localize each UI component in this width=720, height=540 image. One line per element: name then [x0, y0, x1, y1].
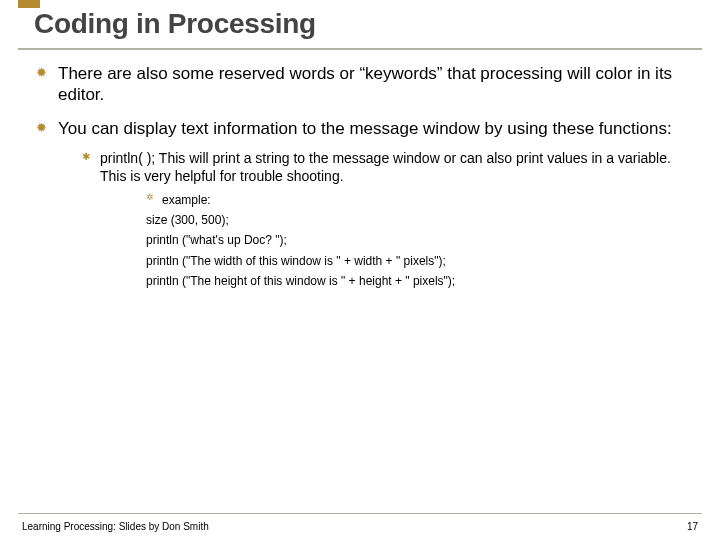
bullet-item: You can display text information to the …	[36, 119, 690, 288]
page-number: 17	[687, 521, 698, 532]
bullet-item: println( ); This will print a string to …	[58, 150, 690, 289]
bullet-text: You can display text information to the …	[58, 119, 690, 140]
footer-rule	[18, 513, 702, 514]
bullet-item: There are also some reserved words or “k…	[36, 64, 690, 105]
accent-strip	[18, 0, 702, 8]
bullet-text: println( ); This will print a string to …	[100, 150, 690, 186]
bullet-text: example:	[162, 192, 690, 208]
code-line: println ("The width of this window is " …	[100, 253, 690, 269]
bullet-list-l2: println( ); This will print a string to …	[58, 150, 690, 289]
code-text: size (300, 500);	[146, 212, 690, 228]
bullet-list-l3: example: size (300, 500); println ("what…	[100, 192, 690, 289]
code-text: println ("what's up Doc? ");	[146, 232, 690, 248]
footer-text: Learning Processing: Slides by Don Smith	[22, 521, 209, 532]
code-line: println ("The height of this window is "…	[100, 273, 690, 289]
code-text: println ("The width of this window is " …	[146, 253, 690, 269]
code-line: size (300, 500);	[100, 212, 690, 228]
slide-title: Coding in Processing	[34, 8, 316, 40]
code-line: println ("what's up Doc? ");	[100, 232, 690, 248]
header-rule	[18, 48, 702, 50]
slide-body: There are also some reserved words or “k…	[36, 64, 690, 303]
bullet-item: example:	[100, 192, 690, 208]
code-text: println ("The height of this window is "…	[146, 273, 690, 289]
slide: Coding in Processing There are also some…	[0, 0, 720, 540]
bullet-text: There are also some reserved words or “k…	[58, 64, 690, 105]
bullet-list: There are also some reserved words or “k…	[36, 64, 690, 289]
